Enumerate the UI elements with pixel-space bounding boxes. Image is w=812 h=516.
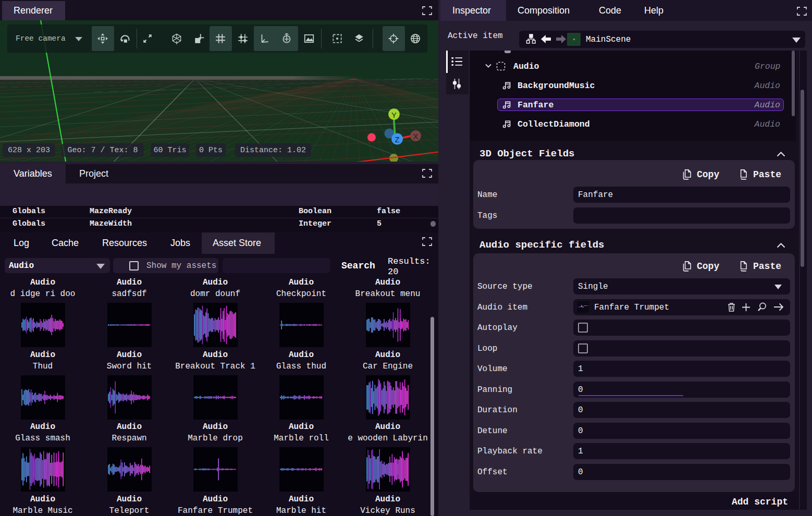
svg-text:Y: Y bbox=[391, 110, 397, 119]
svg-text:Z: Z bbox=[395, 135, 399, 144]
svg-text:X: X bbox=[413, 132, 418, 141]
